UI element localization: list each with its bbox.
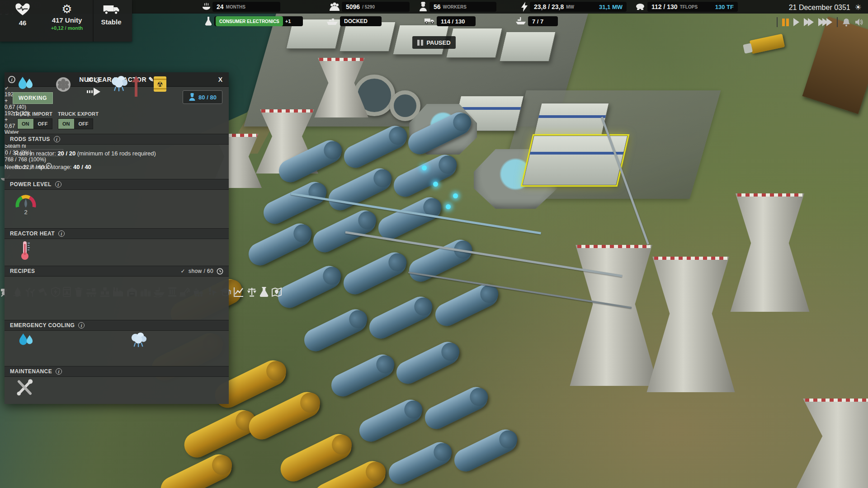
panel-workers-chip[interactable]: 80 / 80 (183, 90, 222, 104)
play-button[interactable] (793, 18, 799, 26)
labs-menu-button[interactable] (259, 291, 269, 299)
pause-button[interactable] (782, 19, 789, 26)
truck-export-label: TRUCK EXPORT (58, 111, 99, 117)
power-level-value: 2 (15, 209, 36, 216)
research-stat[interactable]: CONSUMER ELECTRONICS +1 (214, 16, 303, 26)
speed-2x-button[interactable] (804, 18, 814, 26)
ships-icon (515, 16, 526, 27)
health-value: 46 (8, 19, 37, 27)
turbine-unit (260, 178, 330, 228)
cooling-tower (792, 399, 868, 488)
thermometer-icon (19, 240, 32, 260)
turbine-unit (390, 151, 460, 201)
trade-menu-button[interactable] (246, 291, 257, 299)
vehicles-value: 114 / 130 (441, 18, 465, 25)
cargo-ship-status: DOCKED (344, 18, 368, 24)
truck-export-toggle: ON OFF (58, 118, 93, 129)
recipe-arrow-icon (87, 87, 103, 97)
industrial-building (499, 32, 556, 61)
brightness-icon[interactable]: ☀ (855, 3, 862, 12)
cargo-ship-stat[interactable]: DOCKED (340, 16, 382, 26)
computing-stat[interactable]: 112 / 130 TFLOPS 130 TF (647, 2, 738, 12)
power-level-info-icon[interactable]: i (55, 181, 61, 188)
research-icon (204, 16, 212, 28)
sound-icon[interactable] (855, 18, 863, 26)
truck-import-label: TRUCK IMPORT (13, 111, 52, 117)
steam-hi-icon (109, 75, 129, 92)
workers-value: 56 (434, 3, 441, 10)
turbine-unit (301, 305, 371, 355)
unity-icon: ⚙ (45, 3, 89, 15)
rods-in-reactor-line: Rods in reactor: 20 / 20 (minimum of 16 … (14, 150, 156, 157)
paused-icon (417, 40, 423, 46)
turbine-unit (274, 262, 344, 312)
health-indicator[interactable]: 46 (8, 3, 37, 27)
colony-summary-box[interactable]: 46 ⚙ 417 Unity +0,12 / month Stable (0, 0, 132, 42)
plasma-glow (433, 182, 438, 187)
population-icon (329, 2, 340, 13)
show-per-60-checkbox[interactable]: ✓ (181, 268, 185, 274)
close-button[interactable]: X (218, 76, 222, 83)
workers-stat[interactable]: 56 WORKERS (429, 2, 496, 12)
vehicles-icon (424, 17, 435, 27)
food-stat[interactable]: 24 MONTHS (212, 2, 280, 12)
food-icon (202, 2, 211, 13)
turbine-unit (366, 293, 436, 343)
emergency-cooling-info-icon[interactable]: i (78, 322, 85, 328)
truck-import-on-button[interactable]: ON (18, 119, 34, 129)
logistics-indicator[interactable]: Stable (96, 3, 127, 26)
svg-text:☢: ☢ (157, 80, 163, 88)
plasma-glow (446, 204, 451, 209)
maintenance-value: 768 / 768 (100%) (5, 156, 46, 163)
turbine-unit (356, 396, 426, 446)
power-value: 23,8 / 23,8 (534, 3, 564, 10)
recipes-header: RECIPES ✓ show / 60 (5, 266, 229, 277)
computing-total-value: 130 TF (715, 4, 734, 10)
statistics-menu-button[interactable] (233, 291, 244, 299)
paused-banner: PAUSED (412, 36, 456, 49)
clock-icon (94, 77, 100, 83)
rods-info-icon[interactable]: i (54, 136, 60, 142)
notifications-bell-icon[interactable] (842, 18, 850, 27)
nuclear-reactor-panel: i NUCLEAR REACTOR ✎ X WORKING 80 / 80 TR… (5, 72, 229, 404)
turbine-unit (432, 280, 502, 330)
power-stat[interactable]: 23,8 / 23,8 MW 31,1 MW (530, 2, 627, 12)
turbine-unit (375, 193, 445, 243)
food-unit: MONTHS (226, 5, 245, 9)
lab-building (533, 103, 609, 140)
population-stat[interactable]: 5096 / 5290 (342, 2, 410, 12)
worker-icon (189, 93, 196, 101)
turbine-unit (245, 220, 315, 269)
status-badge: WORKING (13, 92, 53, 104)
maintenance-bar: 768 / 768 (100%) (5, 156, 229, 163)
world-map-button[interactable] (271, 291, 282, 299)
truck-export-on-button[interactable]: ON (58, 119, 75, 129)
plasma-glow (422, 165, 427, 170)
workers-unit: WORKERS (443, 5, 467, 9)
unity-indicator[interactable]: ⚙ 417 Unity +0,12 / month (45, 3, 89, 31)
truck-export-off-button[interactable]: OFF (75, 119, 93, 129)
truck-import-off-button[interactable]: OFF (34, 119, 52, 129)
boiler-unit (180, 406, 259, 462)
game-date: 21 December 0351 (789, 4, 850, 12)
turbine-unit (325, 164, 395, 214)
vehicles-stat[interactable]: 114 / 130 (437, 16, 476, 26)
turbine-unit (385, 438, 455, 488)
power-gauge-icon (15, 194, 36, 209)
reactor-heat-info-icon[interactable]: i (58, 230, 65, 237)
maintenance-tools-icon (16, 379, 35, 396)
ships-value: 7 / 7 (532, 18, 543, 25)
power-level-header: POWER LEVELi (5, 179, 229, 190)
maintenance-info-icon[interactable]: i (56, 368, 62, 375)
ships-stat[interactable]: 7 / 7 (528, 16, 558, 26)
steam-hi-icon (129, 332, 148, 348)
truck-icon (102, 3, 120, 15)
turbine-unit (310, 206, 380, 256)
computing-value: 112 / 130 (651, 3, 678, 10)
fuel-rods-icon (55, 76, 71, 93)
turbine-unit (421, 383, 491, 433)
population-cap: / 5290 (362, 5, 375, 9)
research-queued-count: +1 (285, 19, 291, 24)
food-value: 24 (217, 3, 224, 10)
speed-3x-button[interactable] (818, 18, 832, 26)
